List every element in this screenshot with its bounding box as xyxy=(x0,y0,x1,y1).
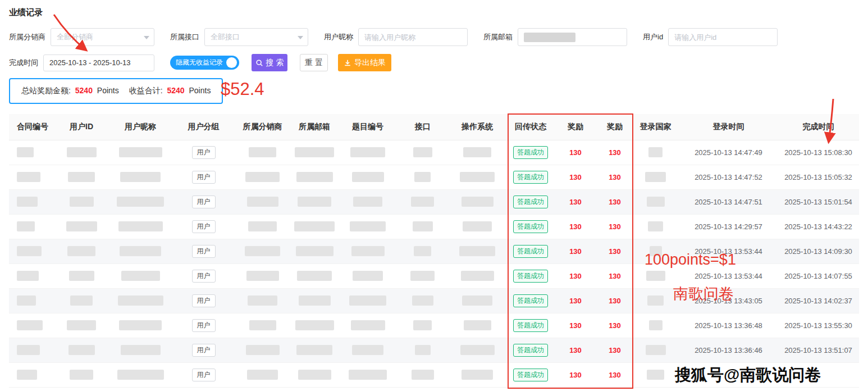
censored-value xyxy=(353,197,382,207)
email-label: 所属邮箱 xyxy=(483,32,513,42)
censored-cell xyxy=(107,239,174,263)
censored-cell xyxy=(233,239,292,263)
nickname-label: 用户昵称 xyxy=(324,32,353,42)
censored-cell xyxy=(9,239,56,263)
email-filter: 所属邮箱 xyxy=(483,28,627,46)
status-cell: 答题成功 xyxy=(508,189,553,214)
dollar-annotation: $52.4 xyxy=(221,79,264,99)
chevron-down-icon xyxy=(144,36,149,39)
reward-value: 130 xyxy=(598,338,632,362)
censored-cell xyxy=(107,140,174,165)
interface-select[interactable]: 全部接口 xyxy=(204,28,308,46)
export-button[interactable]: 导出结果 xyxy=(338,54,391,71)
censored-value xyxy=(647,295,664,306)
date-range-input[interactable] xyxy=(43,54,154,71)
censored-cell xyxy=(233,263,292,288)
censored-cell xyxy=(292,189,337,214)
user-id-filter: 用户id xyxy=(643,28,778,46)
censored-value xyxy=(67,246,95,256)
login-time: 2025-10-13 13:53:44 xyxy=(679,263,778,288)
reward-value: 130 xyxy=(553,288,598,313)
censored-cell xyxy=(9,140,56,165)
censored-cell xyxy=(56,263,107,288)
censored-cell xyxy=(399,362,446,387)
table-row: 用户答题成功1301302025-10-13 13:43:052025-10-1… xyxy=(9,288,859,313)
finish-time: 2025-10-13 15:05:32 xyxy=(778,165,859,189)
censored-cell xyxy=(399,239,446,263)
censored-value xyxy=(66,221,97,231)
summary-box: 总站奖励金额: 5240 Points 收益合计: 5240 Points xyxy=(9,78,223,104)
censored-value xyxy=(648,147,663,157)
censored-value xyxy=(118,221,163,231)
finish-time: 2025-10-13 14:07:55 xyxy=(778,263,859,288)
censored-cell xyxy=(56,239,107,263)
distributor-select[interactable]: 全部分销商 xyxy=(51,28,154,46)
censored-cell xyxy=(446,362,508,387)
censored-value xyxy=(297,271,332,281)
censored-cell xyxy=(632,140,679,165)
censored-cell xyxy=(399,189,446,214)
censored-value xyxy=(296,172,333,182)
censored-value xyxy=(649,320,663,330)
censored-cell xyxy=(292,263,337,288)
user-group-cell: 用户 xyxy=(174,189,233,214)
censored-value xyxy=(296,246,334,256)
censored-value xyxy=(650,246,662,256)
reward-value: 130 xyxy=(598,288,632,313)
censored-value xyxy=(648,221,663,231)
user-group-cell: 用户 xyxy=(174,140,233,165)
reward-value: 130 xyxy=(598,140,632,165)
censored-cell xyxy=(56,288,107,313)
total-reward-value: 5240 xyxy=(75,86,93,95)
censored-cell xyxy=(446,313,508,338)
censored-value xyxy=(17,246,42,256)
censored-cell xyxy=(446,263,508,288)
user-id-input[interactable] xyxy=(668,28,778,46)
column-header: 完成时间 xyxy=(778,114,859,140)
hide-no-income-toggle[interactable]: 隐藏无收益记录 xyxy=(170,56,239,70)
reward-value: 130 xyxy=(553,189,598,214)
table-row: 用户答题成功1301302025-10-13 14:47:522025-10-1… xyxy=(9,165,859,189)
censored-cell xyxy=(233,140,292,165)
censored-cell xyxy=(446,288,508,313)
nickname-input[interactable] xyxy=(358,28,468,46)
search-button[interactable]: 搜 索 xyxy=(252,54,287,71)
finish-time: 2025-10-13 14:43:22 xyxy=(778,214,859,239)
reset-button[interactable]: 重 置 xyxy=(300,54,328,71)
column-header: 题目编号 xyxy=(337,114,399,140)
censored-cell xyxy=(632,313,679,338)
distributor-select-value: 全部分销商 xyxy=(57,32,93,42)
status-cell: 答题成功 xyxy=(508,165,553,189)
censored-cell xyxy=(632,214,679,239)
censored-cell xyxy=(337,313,399,338)
user-group-tag: 用户 xyxy=(192,270,216,283)
column-header: 回传状态 xyxy=(508,114,553,140)
censored-value xyxy=(248,221,277,231)
distributor-label: 所属分销商 xyxy=(9,32,45,42)
censored-value xyxy=(70,295,93,306)
column-header: 所属邮箱 xyxy=(292,114,337,140)
status-cell: 答题成功 xyxy=(508,263,553,288)
censored-value xyxy=(121,345,161,355)
censored-value xyxy=(68,345,95,355)
censored-value xyxy=(249,320,276,330)
finish-time: 2025-10-13 13:55:30 xyxy=(778,313,859,338)
login-time: 2025-10-13 13:36:46 xyxy=(679,338,778,362)
censored-cell xyxy=(107,288,174,313)
censored-cell xyxy=(632,288,679,313)
email-input[interactable] xyxy=(518,28,627,46)
censored-value xyxy=(120,172,161,182)
censored-cell xyxy=(56,140,107,165)
login-time: 2025-10-13 13:36:48 xyxy=(679,313,778,338)
reward-value: 130 xyxy=(598,313,632,338)
user-group-tag: 用户 xyxy=(192,369,216,381)
table-row: 用户答题成功1301302025-10-13 13:53:442025-10-1… xyxy=(9,263,859,288)
censored-cell xyxy=(399,338,446,362)
censored-cell xyxy=(632,362,679,387)
censored-cell xyxy=(292,338,337,362)
censored-value xyxy=(120,246,161,256)
censored-cell xyxy=(107,338,174,362)
censored-value xyxy=(410,271,435,281)
status-badge: 答题成功 xyxy=(513,344,548,357)
column-header: 登录国家 xyxy=(632,114,679,140)
